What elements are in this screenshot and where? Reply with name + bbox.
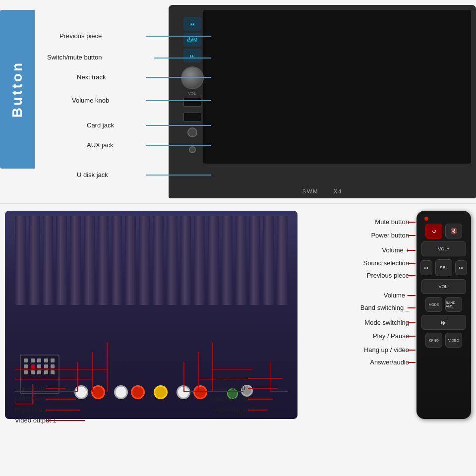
- heatsink-fin: [236, 216, 246, 305]
- rline-band: [408, 307, 416, 308]
- rlabel-vol-plus: Volume +: [382, 246, 409, 254]
- remote-power-btn[interactable]: ⏻: [425, 224, 442, 238]
- heatsink-fin: [263, 216, 274, 305]
- label-previous-piece: Previous piece: [60, 32, 102, 40]
- remote-row-vol-minus: VOL-: [420, 279, 467, 294]
- line-volume-knob: [146, 100, 211, 101]
- blue-sidebar: Button: [0, 10, 35, 169]
- device-brand: SWM X4: [302, 188, 343, 194]
- red-line-left-ch: [77, 362, 78, 392]
- rline-answer: [408, 362, 416, 363]
- remote-video-btn[interactable]: VIDEO: [445, 333, 462, 348]
- heatsink-fin: [98, 216, 109, 305]
- rline-prev: [408, 275, 416, 276]
- remote-vol-plus[interactable]: VOL+: [421, 241, 466, 256]
- label-volume-knob: Volume knob: [72, 97, 109, 104]
- rline-lc: [46, 399, 75, 400]
- rline-hangup: [408, 350, 416, 351]
- heatsink-fin: [70, 216, 81, 305]
- device-screen: [203, 10, 471, 164]
- remote-led: [424, 217, 428, 221]
- rca-red-1: [91, 385, 105, 399]
- rline-power: [408, 235, 416, 236]
- usb-port: [189, 146, 196, 153]
- label-aux-jack: AUX jack: [87, 141, 113, 149]
- red-line-ant: [270, 362, 271, 392]
- label-reverse-input: Reverse input: [213, 395, 253, 403]
- prev-btn[interactable]: ⏮: [183, 17, 201, 31]
- rlabel-mute: Mute button: [375, 218, 409, 226]
- remote-mute-btn[interactable]: 🔇: [445, 224, 462, 238]
- rline-sp: [46, 388, 65, 389]
- rline-vo1: [46, 420, 85, 421]
- rline-vo2: [248, 410, 268, 411]
- rca-group: [74, 385, 207, 399]
- rlabel-answer: Answer/audio: [370, 358, 409, 366]
- aux-port: [187, 127, 197, 137]
- power-mute-btn[interactable]: ⏻/M: [183, 33, 201, 47]
- rlabel-prev-piece: Previous piece: [367, 272, 409, 279]
- label-card-jack: Card jack: [87, 121, 114, 129]
- remote-kpno-btn[interactable]: KPNO: [425, 333, 442, 348]
- remote-band-btn[interactable]: BAND AMS: [445, 297, 462, 312]
- rlabel-vol-minus: Volume -: [384, 292, 409, 299]
- heatsink-fin: [277, 216, 288, 305]
- heatsink-fin: [222, 216, 233, 305]
- tf-slot: [183, 98, 201, 107]
- line-switch-mute: [154, 58, 211, 59]
- volume-knob-ctrl[interactable]: [181, 66, 204, 89]
- remote-mode-btn[interactable]: MODE: [425, 297, 442, 312]
- remote-row-1: ⏻ 🔇: [420, 224, 467, 238]
- remote-row-vol-plus: VOL+: [420, 241, 467, 256]
- rline-mute: [408, 222, 416, 223]
- heatsink-fin: [56, 216, 67, 305]
- red-line-vo1: [107, 342, 108, 392]
- rline-rc: [46, 410, 80, 411]
- rline-ant: [248, 378, 283, 379]
- remote-control: ⏻ 🔇 VOL+ ⏮ SEL ⏭ VOL- MODE BAND AMS ⏭ KP…: [416, 211, 471, 419]
- rline-volp: [408, 250, 416, 251]
- line-card-jack: [146, 125, 211, 126]
- heatsink-fin: [15, 216, 26, 305]
- line-next-track: [146, 77, 211, 78]
- remote-prev-btn[interactable]: ⏮: [420, 260, 432, 275]
- sidebar-label: Button: [9, 61, 25, 118]
- top-section: Button ⏮ ⏻/M ⏭ VOL SWM X4 Previous piece…: [0, 0, 476, 203]
- remote-vol-minus[interactable]: VOL-: [421, 279, 466, 294]
- heatsink-fin: [139, 216, 150, 305]
- heatsink-fin: [29, 216, 40, 305]
- rlabel-mode: Mode switching: [364, 319, 409, 326]
- label-antenna-jack: Antenna jack: [213, 374, 250, 382]
- rca-red-2: [131, 385, 145, 399]
- remote-row-mode-band: MODE BAND AMS: [420, 297, 467, 312]
- rline-sel: [408, 263, 416, 264]
- red-line-vo2-h: [213, 369, 252, 370]
- device-controls: ⏮ ⏻/M ⏭ VOL: [174, 10, 211, 164]
- red-line-ri: [198, 352, 199, 392]
- next-btn[interactable]: ⏭: [183, 49, 201, 62]
- heatsink-fin: [167, 216, 178, 305]
- heatsink-area: [15, 216, 288, 305]
- rca-white-2: [114, 385, 128, 399]
- rline-play: [408, 336, 416, 337]
- rline-volm: [408, 295, 416, 296]
- heatsink-fin: [249, 216, 260, 305]
- red-line-right-ch-h: [15, 379, 92, 380]
- rlabel-sound-sel: Sound selection: [363, 259, 409, 267]
- heatsink-fin: [112, 216, 122, 305]
- remote-play-btn[interactable]: ⏭: [421, 315, 466, 330]
- rline-vi: [248, 388, 278, 389]
- rlabel-band: Band switching _: [360, 304, 409, 311]
- device-top: ⏮ ⏻/M ⏭ VOL SWM X4: [169, 5, 476, 198]
- remote-sel-btn[interactable]: SEL: [435, 259, 453, 276]
- line-aux-jack: [146, 145, 211, 146]
- remote-row-play: ⏭: [420, 315, 467, 330]
- remote-row-sel: ⏮ SEL ⏭: [420, 259, 467, 276]
- remote-row-kpno-video: KPNO VIDEO: [420, 333, 467, 348]
- rline-mode: [408, 322, 416, 323]
- heatsink-fin: [43, 216, 54, 305]
- line-u-disk-jack: [146, 175, 211, 176]
- rline-ri: [248, 399, 273, 400]
- remote-next-btn[interactable]: ⏭: [455, 260, 467, 275]
- heatsink-fin: [180, 216, 191, 305]
